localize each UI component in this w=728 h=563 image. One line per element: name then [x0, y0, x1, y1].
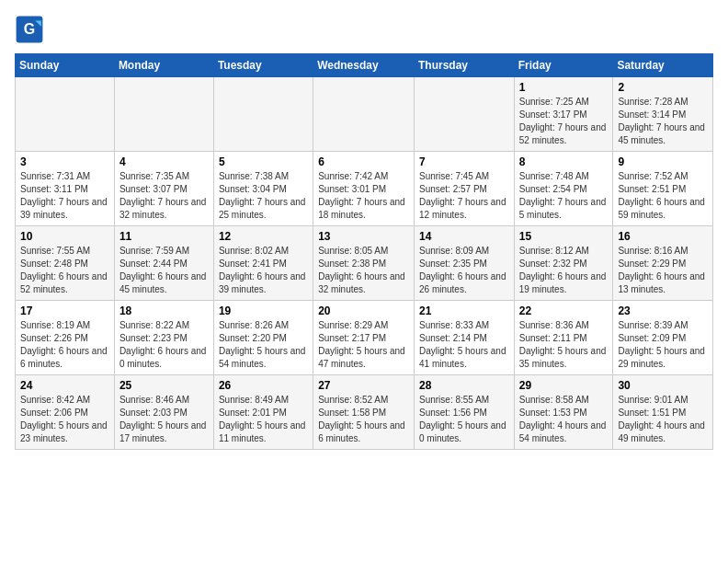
day-number: 4 — [119, 155, 209, 168]
day-number: 8 — [519, 155, 609, 168]
day-number: 3 — [20, 155, 109, 168]
day-info: Sunrise: 8:02 AM Sunset: 2:41 PM Dayligh… — [219, 245, 308, 296]
day-info: Sunrise: 8:58 AM Sunset: 1:53 PM Dayligh… — [519, 394, 609, 445]
calendar-cell: 30Sunrise: 9:01 AM Sunset: 1:51 PM Dayli… — [613, 375, 713, 450]
day-info: Sunrise: 8:16 AM Sunset: 2:29 PM Dayligh… — [618, 245, 708, 296]
day-number: 5 — [219, 155, 308, 168]
calendar-week-4: 17Sunrise: 8:19 AM Sunset: 2:26 PM Dayli… — [16, 301, 713, 375]
day-info: Sunrise: 7:45 AM Sunset: 2:57 PM Dayligh… — [419, 170, 509, 222]
day-number: 30 — [618, 379, 708, 392]
day-number: 19 — [219, 304, 308, 317]
page-header: G — [15, 15, 713, 44]
calendar-cell: 11Sunrise: 7:59 AM Sunset: 2:44 PM Dayli… — [114, 226, 213, 301]
day-info: Sunrise: 7:52 AM Sunset: 2:51 PM Dayligh… — [618, 170, 708, 222]
calendar-cell: 27Sunrise: 8:52 AM Sunset: 1:58 PM Dayli… — [313, 375, 415, 450]
day-number: 24 — [20, 379, 109, 392]
day-info: Sunrise: 7:31 AM Sunset: 3:11 PM Dayligh… — [20, 170, 109, 222]
calendar-cell: 9Sunrise: 7:52 AM Sunset: 2:51 PM Daylig… — [613, 152, 713, 226]
calendar-cell — [313, 77, 415, 152]
day-number: 10 — [20, 230, 109, 243]
calendar-cell: 12Sunrise: 8:02 AM Sunset: 2:41 PM Dayli… — [213, 226, 313, 301]
calendar-cell: 2Sunrise: 7:28 AM Sunset: 3:14 PM Daylig… — [613, 77, 713, 152]
day-info: Sunrise: 9:01 AM Sunset: 1:51 PM Dayligh… — [618, 394, 708, 445]
day-info: Sunrise: 8:36 AM Sunset: 2:11 PM Dayligh… — [519, 319, 609, 371]
calendar-cell: 7Sunrise: 7:45 AM Sunset: 2:57 PM Daylig… — [414, 152, 514, 226]
day-info: Sunrise: 8:22 AM Sunset: 2:23 PM Dayligh… — [119, 319, 209, 371]
day-number: 21 — [419, 304, 509, 317]
day-info: Sunrise: 8:33 AM Sunset: 2:14 PM Dayligh… — [419, 319, 509, 371]
calendar-cell: 21Sunrise: 8:33 AM Sunset: 2:14 PM Dayli… — [414, 301, 514, 375]
day-number: 17 — [20, 304, 109, 317]
day-info: Sunrise: 7:38 AM Sunset: 3:04 PM Dayligh… — [219, 170, 308, 222]
calendar-cell — [16, 77, 115, 152]
calendar-header-row: SundayMondayTuesdayWednesdayThursdayFrid… — [16, 54, 713, 77]
day-info: Sunrise: 8:39 AM Sunset: 2:09 PM Dayligh… — [618, 319, 708, 371]
calendar-header-tuesday: Tuesday — [213, 54, 313, 77]
day-info: Sunrise: 7:59 AM Sunset: 2:44 PM Dayligh… — [119, 245, 209, 296]
calendar-header-sunday: Sunday — [16, 54, 115, 77]
day-number: 22 — [519, 304, 609, 317]
calendar-cell: 4Sunrise: 7:35 AM Sunset: 3:07 PM Daylig… — [114, 152, 213, 226]
day-number: 15 — [519, 230, 609, 243]
calendar-cell: 28Sunrise: 8:55 AM Sunset: 1:56 PM Dayli… — [414, 375, 514, 450]
calendar-cell: 18Sunrise: 8:22 AM Sunset: 2:23 PM Dayli… — [114, 301, 213, 375]
calendar-cell: 22Sunrise: 8:36 AM Sunset: 2:11 PM Dayli… — [514, 301, 613, 375]
calendar-cell: 23Sunrise: 8:39 AM Sunset: 2:09 PM Dayli… — [613, 301, 713, 375]
day-info: Sunrise: 8:12 AM Sunset: 2:32 PM Dayligh… — [519, 245, 609, 296]
day-number: 16 — [618, 230, 708, 243]
calendar-cell: 8Sunrise: 7:48 AM Sunset: 2:54 PM Daylig… — [514, 152, 613, 226]
calendar-cell: 3Sunrise: 7:31 AM Sunset: 3:11 PM Daylig… — [16, 152, 115, 226]
calendar-cell: 26Sunrise: 8:49 AM Sunset: 2:01 PM Dayli… — [213, 375, 313, 450]
logo: G — [15, 15, 48, 44]
day-info: Sunrise: 8:05 AM Sunset: 2:38 PM Dayligh… — [318, 245, 409, 296]
calendar-cell: 14Sunrise: 8:09 AM Sunset: 2:35 PM Dayli… — [414, 226, 514, 301]
day-number: 14 — [419, 230, 509, 243]
calendar-week-3: 10Sunrise: 7:55 AM Sunset: 2:48 PM Dayli… — [16, 226, 713, 301]
day-number: 12 — [219, 230, 308, 243]
day-info: Sunrise: 8:55 AM Sunset: 1:56 PM Dayligh… — [419, 394, 509, 445]
calendar-cell: 1Sunrise: 7:25 AM Sunset: 3:17 PM Daylig… — [514, 77, 613, 152]
day-number: 25 — [119, 379, 209, 392]
calendar-cell: 29Sunrise: 8:58 AM Sunset: 1:53 PM Dayli… — [514, 375, 613, 450]
day-number: 6 — [318, 155, 409, 168]
day-info: Sunrise: 7:25 AM Sunset: 3:17 PM Dayligh… — [519, 96, 609, 147]
day-info: Sunrise: 8:26 AM Sunset: 2:20 PM Dayligh… — [219, 319, 308, 371]
calendar-table: SundayMondayTuesdayWednesdayThursdayFrid… — [15, 53, 713, 450]
calendar-header-monday: Monday — [114, 54, 213, 77]
logo-icon: G — [15, 15, 44, 44]
day-info: Sunrise: 8:09 AM Sunset: 2:35 PM Dayligh… — [419, 245, 509, 296]
day-info: Sunrise: 7:55 AM Sunset: 2:48 PM Dayligh… — [20, 245, 109, 296]
day-info: Sunrise: 8:29 AM Sunset: 2:17 PM Dayligh… — [318, 319, 409, 371]
calendar-cell: 19Sunrise: 8:26 AM Sunset: 2:20 PM Dayli… — [213, 301, 313, 375]
day-number: 28 — [419, 379, 509, 392]
calendar-header-thursday: Thursday — [414, 54, 514, 77]
day-info: Sunrise: 8:46 AM Sunset: 2:03 PM Dayligh… — [119, 394, 209, 445]
calendar-cell: 16Sunrise: 8:16 AM Sunset: 2:29 PM Dayli… — [613, 226, 713, 301]
day-info: Sunrise: 8:19 AM Sunset: 2:26 PM Dayligh… — [20, 319, 109, 371]
svg-text:G: G — [24, 21, 35, 37]
day-info: Sunrise: 7:42 AM Sunset: 3:01 PM Dayligh… — [318, 170, 409, 222]
calendar-cell: 20Sunrise: 8:29 AM Sunset: 2:17 PM Dayli… — [313, 301, 415, 375]
calendar-week-5: 24Sunrise: 8:42 AM Sunset: 2:06 PM Dayli… — [16, 375, 713, 450]
day-number: 1 — [519, 81, 609, 94]
calendar-cell — [213, 77, 313, 152]
day-number: 9 — [618, 155, 708, 168]
day-info: Sunrise: 8:52 AM Sunset: 1:58 PM Dayligh… — [318, 394, 409, 445]
calendar-cell: 10Sunrise: 7:55 AM Sunset: 2:48 PM Dayli… — [16, 226, 115, 301]
day-info: Sunrise: 7:35 AM Sunset: 3:07 PM Dayligh… — [119, 170, 209, 222]
calendar-cell: 15Sunrise: 8:12 AM Sunset: 2:32 PM Dayli… — [514, 226, 613, 301]
calendar-header-friday: Friday — [514, 54, 613, 77]
day-number: 26 — [219, 379, 308, 392]
calendar-cell — [414, 77, 514, 152]
day-number: 13 — [318, 230, 409, 243]
day-info: Sunrise: 7:48 AM Sunset: 2:54 PM Dayligh… — [519, 170, 609, 222]
day-number: 23 — [618, 304, 708, 317]
calendar-header-wednesday: Wednesday — [313, 54, 415, 77]
calendar-header-saturday: Saturday — [613, 54, 713, 77]
day-number: 11 — [119, 230, 209, 243]
day-info: Sunrise: 8:49 AM Sunset: 2:01 PM Dayligh… — [219, 394, 308, 445]
calendar-cell — [114, 77, 213, 152]
calendar-cell: 13Sunrise: 8:05 AM Sunset: 2:38 PM Dayli… — [313, 226, 415, 301]
calendar-cell: 25Sunrise: 8:46 AM Sunset: 2:03 PM Dayli… — [114, 375, 213, 450]
calendar-cell: 5Sunrise: 7:38 AM Sunset: 3:04 PM Daylig… — [213, 152, 313, 226]
